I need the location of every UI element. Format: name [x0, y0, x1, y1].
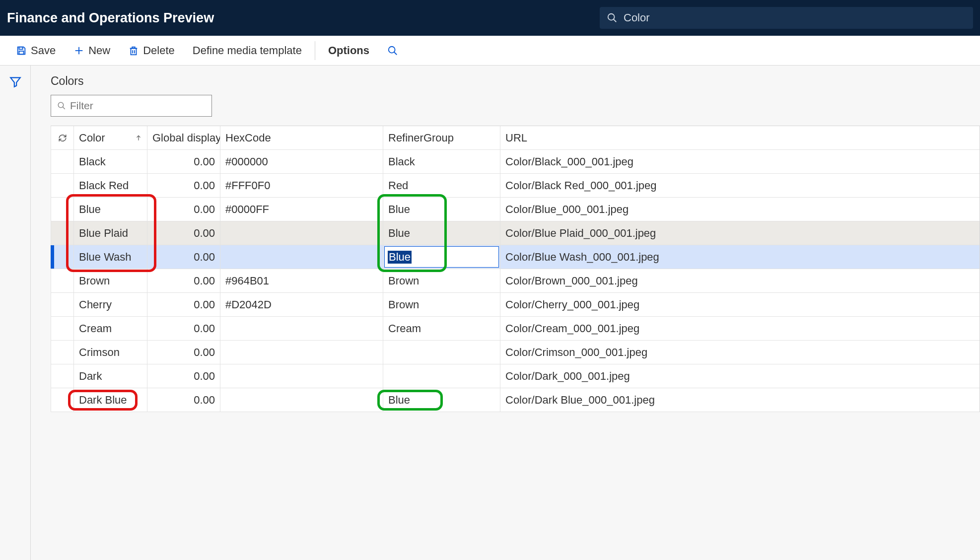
row-selector[interactable]: [51, 150, 73, 173]
cell-refinergroup[interactable]: Red: [383, 174, 500, 197]
cell-url[interactable]: Color/Dark Blue_000_001.jpeg: [500, 388, 980, 412]
svg-point-9: [389, 46, 395, 53]
cell-display-order[interactable]: 0.00: [147, 293, 220, 316]
app-title: Finance and Operations Preview: [7, 10, 214, 26]
row-selector[interactable]: [51, 364, 73, 388]
cell-hexcode[interactable]: #964B01: [220, 269, 383, 292]
cell-refinergroup[interactable]: Blue: [383, 221, 500, 245]
cell-color[interactable]: Black Red: [73, 174, 147, 197]
quick-filter-input[interactable]: [70, 100, 206, 112]
col-header-url[interactable]: URL: [500, 126, 980, 149]
cell-url[interactable]: Color/Cherry_000_001.jpeg: [500, 293, 980, 316]
table-row[interactable]: Brown0.00#964B01BrownColor/Brown_000_001…: [51, 269, 980, 293]
options-button[interactable]: Options: [319, 40, 378, 61]
cell-color[interactable]: Blue: [73, 198, 147, 221]
row-selector[interactable]: [51, 293, 73, 316]
colors-grid: Color Global display ... HexCode Refiner…: [51, 126, 980, 412]
col-header-refinergroup[interactable]: RefinerGroup: [383, 126, 500, 149]
row-selector[interactable]: [51, 388, 73, 412]
row-selector[interactable]: [51, 221, 73, 245]
funnel-icon[interactable]: [9, 75, 22, 88]
table-row[interactable]: Blue0.00#0000FFBlueColor/Blue_000_001.jp…: [51, 198, 980, 221]
cell-hexcode[interactable]: #D2042D: [220, 293, 383, 316]
new-button[interactable]: New: [65, 40, 119, 61]
row-selector[interactable]: [51, 269, 73, 292]
table-row[interactable]: Dark0.00Color/Dark_000_001.jpeg: [51, 364, 980, 388]
cell-url[interactable]: Color/Blue Plaid_000_001.jpeg: [500, 221, 980, 245]
cell-display-order[interactable]: 0.00: [147, 341, 220, 364]
cell-hexcode[interactable]: [220, 317, 383, 340]
cell-hexcode[interactable]: [220, 341, 383, 364]
table-row[interactable]: Cream0.00CreamColor/Cream_000_001.jpeg: [51, 317, 980, 341]
table-row[interactable]: Crimson0.00Color/Crimson_000_001.jpeg: [51, 341, 980, 364]
cell-hexcode[interactable]: #0000FF: [220, 198, 383, 221]
col-header-color[interactable]: Color: [73, 126, 147, 149]
cell-url[interactable]: Color/Blue Wash_000_001.jpeg: [500, 245, 980, 269]
cell-url[interactable]: Color/Dark_000_001.jpeg: [500, 364, 980, 388]
refresh-button[interactable]: [51, 126, 73, 149]
define-media-template-button[interactable]: Define media template: [184, 40, 311, 61]
cell-url[interactable]: Color/Crimson_000_001.jpeg: [500, 341, 980, 364]
table-row[interactable]: Black0.00#000000BlackColor/Black_000_001…: [51, 150, 980, 174]
save-button[interactable]: Save: [7, 40, 65, 61]
cell-display-order[interactable]: 0.00: [147, 245, 220, 269]
cell-display-order[interactable]: 0.00: [147, 364, 220, 388]
cell-color[interactable]: Blue Wash: [73, 245, 147, 269]
cell-hexcode[interactable]: #000000: [220, 150, 383, 173]
col-header-color-label: Color: [79, 132, 105, 144]
delete-button[interactable]: Delete: [119, 40, 184, 61]
cell-refinergroup[interactable]: Cream: [383, 317, 500, 340]
row-selector[interactable]: [51, 341, 73, 364]
row-selector[interactable]: [51, 198, 73, 221]
cell-refinergroup[interactable]: Brown: [383, 269, 500, 292]
table-row[interactable]: Blue Wash0.00BlueColor/Blue Wash_000_001…: [51, 245, 980, 269]
cell-hexcode[interactable]: [220, 221, 383, 245]
cell-display-order[interactable]: 0.00: [147, 221, 220, 245]
table-row[interactable]: Black Red0.00#FFF0F0RedColor/Black Red_0…: [51, 174, 980, 198]
cell-hexcode[interactable]: [220, 388, 383, 412]
cell-display-order[interactable]: 0.00: [147, 198, 220, 221]
cell-hexcode[interactable]: [220, 245, 383, 269]
cell-color[interactable]: Brown: [73, 269, 147, 292]
cell-url[interactable]: Color/Brown_000_001.jpeg: [500, 269, 980, 292]
cell-url[interactable]: Color/Black Red_000_001.jpeg: [500, 174, 980, 197]
cell-color[interactable]: Dark Blue: [73, 388, 147, 412]
cell-hexcode[interactable]: #FFF0F0: [220, 174, 383, 197]
cell-display-order[interactable]: 0.00: [147, 174, 220, 197]
cell-color[interactable]: Dark: [73, 364, 147, 388]
search-input[interactable]: [624, 11, 966, 24]
search-box[interactable]: [600, 7, 973, 29]
quick-filter[interactable]: [51, 95, 212, 117]
cell-url[interactable]: Color/Black_000_001.jpeg: [500, 150, 980, 173]
cell-display-order[interactable]: 0.00: [147, 269, 220, 292]
cell-refinergroup[interactable]: Blue: [383, 198, 500, 221]
cell-color[interactable]: Crimson: [73, 341, 147, 364]
cell-color[interactable]: Blue Plaid: [73, 221, 147, 245]
find-button[interactable]: [378, 41, 407, 60]
cell-refinergroup[interactable]: Blue: [383, 388, 500, 412]
cell-display-order[interactable]: 0.00: [147, 150, 220, 173]
row-selector[interactable]: [51, 174, 73, 197]
col-header-hexcode[interactable]: HexCode: [220, 126, 383, 149]
cell-refinergroup-editvalue[interactable]: Blue: [388, 251, 412, 264]
cell-refinergroup[interactable]: [383, 364, 500, 388]
cell-url[interactable]: Color/Blue_000_001.jpeg: [500, 198, 980, 221]
cell-display-order[interactable]: 0.00: [147, 388, 220, 412]
cell-hexcode[interactable]: [220, 364, 383, 388]
cell-refinergroup[interactable]: Blue: [383, 245, 500, 269]
table-row[interactable]: Blue Plaid0.00BlueColor/Blue Plaid_000_0…: [51, 221, 980, 245]
cell-color[interactable]: Black: [73, 150, 147, 173]
cell-url[interactable]: Color/Cream_000_001.jpeg: [500, 317, 980, 340]
cell-refinergroup[interactable]: [383, 341, 500, 364]
col-header-display-order[interactable]: Global display ...: [147, 126, 220, 149]
cell-refinergroup[interactable]: Black: [383, 150, 500, 173]
content: Colors Color: [31, 66, 980, 560]
cell-display-order[interactable]: 0.00: [147, 317, 220, 340]
cell-color[interactable]: Cherry: [73, 293, 147, 316]
table-row[interactable]: Dark Blue0.00BlueColor/Dark Blue_000_001…: [51, 388, 980, 412]
table-row[interactable]: Cherry0.00#D2042DBrownColor/Cherry_000_0…: [51, 293, 980, 317]
cell-color[interactable]: Cream: [73, 317, 147, 340]
row-selector[interactable]: [51, 317, 73, 340]
cell-refinergroup[interactable]: Brown: [383, 293, 500, 316]
row-selector[interactable]: [51, 245, 73, 269]
